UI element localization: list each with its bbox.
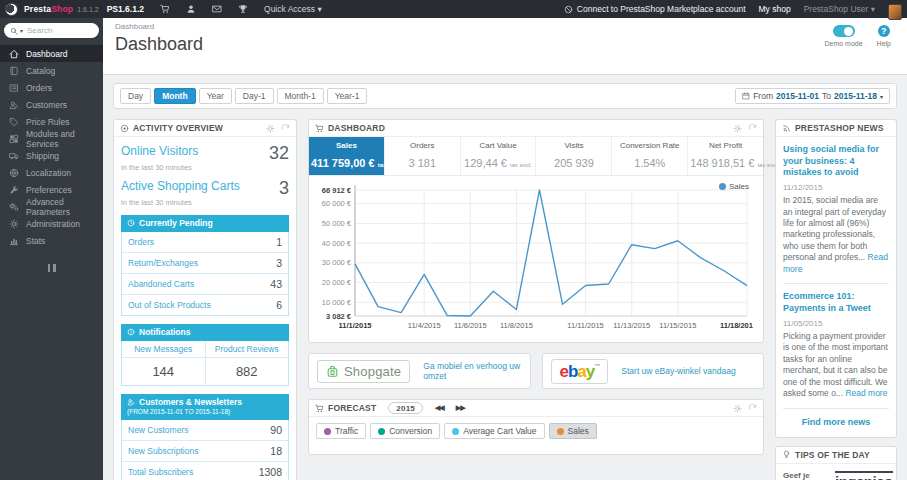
shopgate-banner[interactable]: Shopgate Ga mobiel en verhoog uw omzet <box>308 353 531 389</box>
cart-icon[interactable] <box>160 4 170 14</box>
notifications-grid: New Messages144 Product Reviews882 <box>121 341 289 386</box>
list-item-total-subscribers[interactable]: Total Subscribers1308 <box>122 462 288 480</box>
forecast-year-badge[interactable]: 2015 <box>388 402 423 414</box>
list-item-out-of-stock[interactable]: Out of Stock Products6 <box>122 295 288 315</box>
demo-mode-toggle[interactable]: Demo mode <box>824 25 862 47</box>
list-item-abandoned-carts[interactable]: Abandoned Carts43 <box>122 274 288 295</box>
filter-month-1-button[interactable]: Month-1 <box>277 88 324 104</box>
row-label: Total Subscribers <box>128 467 193 477</box>
filter-year-1-button[interactable]: Year-1 <box>327 88 368 104</box>
filter-month-button[interactable]: Month <box>154 88 196 104</box>
list-item-new-customers[interactable]: New Customers90 <box>122 420 288 441</box>
forecast-legend-average-cart-value[interactable]: Average Cart Value <box>444 423 544 439</box>
forecast-legend-conversion[interactable]: Conversion <box>370 423 440 439</box>
kpi-tab-conversion-rate[interactable]: Conversion Rate1.54% <box>612 137 688 175</box>
kpi-tab-orders[interactable]: Orders3 181 <box>385 137 461 175</box>
forecast-next-button[interactable]: ▶▶ <box>456 404 465 412</box>
help-button[interactable]: ? Help <box>877 25 891 47</box>
sidebar-item-orders[interactable]: Orders <box>0 79 103 96</box>
calendar-icon <box>742 92 750 100</box>
sidebar-collapse-button[interactable] <box>0 261 103 275</box>
list-item-new-subscriptions[interactable]: New Subscriptions18 <box>122 441 288 462</box>
legend-label: Traffic <box>335 426 358 436</box>
customers-icon[interactable] <box>186 4 196 14</box>
sidebar-item-dashboard[interactable]: Dashboard <box>0 45 103 62</box>
forecast-legend-sales[interactable]: Sales <box>549 423 597 439</box>
date-range-picker[interactable]: From 2015-11-01 To 2015-11-18 ▾ <box>735 88 890 104</box>
sidebar-search[interactable]: ▾ <box>4 23 99 38</box>
topbar-left: PrestaShop 1.6.1.2 PS1.6.1.2 Quick Acces… <box>0 3 322 16</box>
sidebar-item-preferences[interactable]: Preferences <box>0 181 103 198</box>
forecast-legend-traffic[interactable]: Traffic <box>316 423 366 439</box>
prestashop-logo[interactable] <box>5 3 18 16</box>
news-article: Using social media for your business: 4 … <box>776 137 896 275</box>
toggle-switch[interactable] <box>833 25 855 37</box>
brand-link[interactable]: PrestaShop <box>24 4 73 14</box>
avatar[interactable] <box>888 4 902 20</box>
legend-label: Sales <box>729 182 749 191</box>
new-messages-cell[interactable]: New Messages144 <box>122 341 206 385</box>
cell-value: 144 <box>122 358 205 385</box>
filter-day-1-button[interactable]: Day-1 <box>235 88 274 104</box>
gear-icon[interactable] <box>266 124 275 133</box>
kpi-value: 3 181 <box>408 157 436 169</box>
messages-icon[interactable] <box>212 4 222 14</box>
kpi-tab-visits[interactable]: Visits205 939 <box>536 137 612 175</box>
sidebar-item-stats[interactable]: Stats <box>0 232 103 249</box>
news-panel-header: PRESTASHOP NEWS <box>776 120 896 137</box>
online-visitors-value: 32 <box>269 144 289 162</box>
ebay-link[interactable]: Start uw eBay-winkel vandaag <box>621 366 735 376</box>
sidebar-item-localization[interactable]: Localization <box>0 164 103 181</box>
sidebar-item-administration[interactable]: Administration <box>0 215 103 232</box>
refresh-icon[interactable] <box>748 124 757 133</box>
kpi-tab-net-profit[interactable]: Net Profit148 918,51 € tax excl. <box>688 137 763 175</box>
my-shop-link[interactable]: My shop <box>759 4 791 14</box>
user-menu[interactable]: PrestaShop User ▾ <box>804 4 875 14</box>
y-axis-tick: 20 000 € <box>315 279 351 287</box>
gear-icon[interactable] <box>733 124 742 133</box>
kpi-label: Net Profit <box>690 141 761 150</box>
sidebar-item-price-rules[interactable]: Price Rules <box>0 113 103 130</box>
breadcrumb[interactable]: Dashboard <box>115 22 895 31</box>
customers-list: New Customers90 New Subscriptions18 Tota… <box>121 420 289 480</box>
active-carts-link[interactable]: Active Shopping Carts <box>121 179 240 193</box>
list-item-orders[interactable]: Orders1 <box>122 232 288 253</box>
article-title-link[interactable]: Ecommerce 101: Payments in a Tweet <box>783 291 889 314</box>
ebay-banner[interactable]: ebay™ Start uw eBay-winkel vandaag <box>542 353 765 389</box>
refresh-icon[interactable] <box>748 404 757 413</box>
sidebar-item-customers[interactable]: Customers <box>0 96 103 113</box>
forecast-prev-button[interactable]: ◀◀ <box>435 404 444 412</box>
sidebar-item-modules[interactable]: Modules and Services <box>0 130 103 147</box>
product-reviews-cell[interactable]: Product Reviews882 <box>206 341 289 385</box>
sidebar-item-advanced-parameters[interactable]: Advanced Parameters <box>0 198 103 215</box>
online-visitors-link[interactable]: Online Visitors <box>121 144 198 158</box>
kpi-label: Conversion Rate <box>614 141 685 150</box>
quick-access-menu[interactable]: Quick Access ▾ <box>264 4 322 14</box>
refresh-icon[interactable] <box>281 124 290 133</box>
search-input[interactable] <box>25 25 77 36</box>
kpi-value: 205 939 <box>554 157 594 169</box>
kpi-suffix: tax excl. <box>510 162 532 168</box>
ingenico-logo[interactable]: ingenico Payment services <box>835 471 893 480</box>
badges-icon[interactable] <box>238 4 248 14</box>
from-label: From <box>753 91 773 101</box>
sidebar-item-catalog[interactable]: Catalog <box>0 62 103 79</box>
header-actions: Demo mode ? Help <box>824 25 891 47</box>
find-more-news-link[interactable]: Find more news <box>776 409 896 437</box>
filter-day-button[interactable]: Day <box>120 88 151 104</box>
kpi-value: 411 759,00 € <box>311 157 375 169</box>
chart-legend[interactable]: Sales <box>719 182 749 191</box>
shopgate-link[interactable]: Ga mobiel en verhoog uw omzet <box>423 361 521 381</box>
kpi-tab-sales[interactable]: Sales411 759,00 € tax excl. <box>309 137 385 175</box>
read-more-link[interactable]: Read more <box>845 388 887 398</box>
marketplace-link[interactable]: Connect to PrestaShop Marketplace accoun… <box>564 4 746 14</box>
sidebar-item-shipping[interactable]: Shipping <box>0 147 103 164</box>
list-item-returns[interactable]: Return/Exchanges3 <box>122 253 288 274</box>
help-icon[interactable]: ? <box>878 25 890 37</box>
cell-label: New Messages <box>122 341 205 358</box>
gear-icon[interactable] <box>733 404 742 413</box>
kpi-tab-cart-value[interactable]: Cart Value129,44 € tax excl. <box>461 137 537 175</box>
article-title-link[interactable]: Using social media for your business: 4 … <box>783 144 889 179</box>
search-caret-icon[interactable]: ▾ <box>20 27 23 34</box>
filter-year-button[interactable]: Year <box>199 88 232 104</box>
